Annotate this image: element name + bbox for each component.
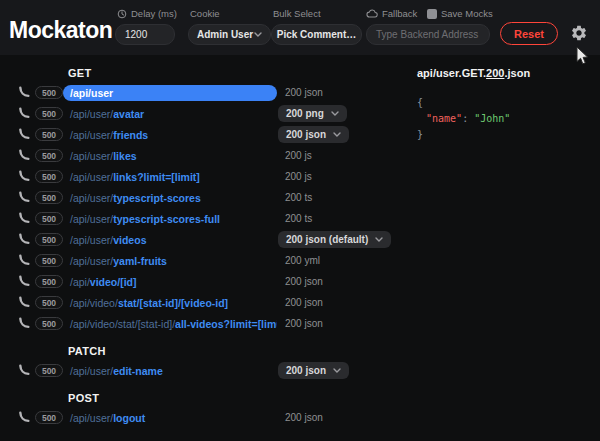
delay-phone-icon[interactable] (17, 149, 30, 162)
route-cell[interactable]: /api/user/edit-name (63, 363, 277, 379)
route-row: 500 /api/video/stat/[stat-id]/[video-id]… (17, 292, 400, 313)
route-cell[interactable]: /api/user/likes (63, 148, 277, 164)
route-row: 500 /api/user/typescript-scores-full 200… (17, 208, 400, 229)
route-row: 500 /api/user/avatar 200 png (17, 103, 400, 124)
status-select-value: 200 json (286, 365, 326, 376)
delay-phone-icon[interactable] (17, 233, 30, 246)
delay-phone-icon[interactable] (17, 212, 30, 225)
section-rows: 500 /api/user/edit-name 200 json (17, 360, 400, 381)
mouse-cursor (575, 46, 590, 66)
delay-phone-icon[interactable] (17, 317, 30, 330)
route-cell[interactable]: /api/user/avatar (63, 106, 277, 122)
status-text: 200 json (285, 412, 323, 423)
badge-500[interactable]: 500 (35, 107, 63, 120)
save-mocks-checkbox[interactable] (427, 9, 437, 19)
bulk-select-label: Bulk Select (273, 8, 321, 19)
status-select[interactable]: 200 png (278, 105, 347, 122)
status-select[interactable]: 200 json (278, 362, 349, 379)
delay-phone-icon[interactable] (17, 107, 30, 120)
status-select[interactable]: 200 json (278, 126, 349, 143)
app-logo: Mockaton (9, 17, 112, 44)
mock-preview-panel: api/user.GET.200.json { "name": "John" } (400, 55, 600, 441)
route-cell[interactable]: /api/user/typescript-scores-full (63, 211, 277, 227)
route-path-name: likes (113, 150, 136, 162)
route-row: 500 /api/user 200 json (17, 82, 400, 103)
save-mocks-toggle[interactable]: Save Mocks (427, 8, 493, 19)
status-cell: 200 json (277, 126, 400, 143)
delay-phone-icon[interactable] (17, 170, 30, 183)
status-select-value: 200 json (default) (286, 234, 368, 245)
delay-label: Delay (ms) (117, 8, 177, 19)
badge-500[interactable]: 500 (35, 317, 63, 330)
pick-comment-button[interactable]: Pick Comment… (271, 24, 362, 45)
status-select-value: 200 png (286, 108, 324, 119)
badge-500[interactable]: 500 (35, 86, 63, 99)
status-cell: 200 json (default) (277, 231, 400, 248)
status-text: 200 yml (285, 255, 320, 266)
badge-500[interactable]: 500 (35, 411, 63, 424)
delay-phone-icon[interactable] (17, 364, 30, 377)
route-path-name: video/[id] (90, 276, 137, 288)
route-path-name: stat/[stat-id]/[video-id] (118, 297, 228, 309)
cookie-select[interactable]: Admin User (188, 24, 271, 45)
route-cell[interactable]: /api/user/logout (63, 410, 277, 426)
status-cell: 200 json (277, 412, 400, 423)
badge-500[interactable]: 500 (35, 128, 63, 141)
delay-phone-icon[interactable] (17, 86, 30, 99)
badge-500[interactable]: 500 (35, 149, 63, 162)
status-cell: 200 json (277, 297, 400, 308)
route-cell[interactable]: /api/user (63, 85, 277, 101)
route-cell[interactable]: /api/video/[id] (63, 274, 277, 290)
chevron-down-icon (254, 32, 262, 37)
mock-filename: api/user.GET.200.json (417, 67, 600, 79)
badge-500[interactable]: 500 (35, 233, 63, 246)
route-cell[interactable]: /api/user/videos (63, 232, 277, 248)
badge-500[interactable]: 500 (35, 296, 63, 309)
badge-500[interactable]: 500 (35, 254, 63, 267)
delay-phone-icon[interactable] (17, 275, 30, 288)
delay-input[interactable]: 1200 (115, 24, 175, 45)
status-code-link[interactable]: 200 (486, 67, 504, 79)
gear-icon[interactable] (570, 24, 588, 42)
status-text: 200 json (285, 318, 323, 329)
fallback-toggle[interactable]: Fallback (366, 8, 417, 19)
delay-phone-icon[interactable] (17, 191, 30, 204)
reset-button[interactable]: Reset (500, 22, 558, 45)
delay-phone-icon[interactable] (17, 411, 30, 424)
route-cell[interactable]: /api/user/friends (63, 127, 277, 143)
route-cell[interactable]: /api/user/yaml-fruits (63, 253, 277, 269)
route-path-prefix: /api/user/ (70, 213, 113, 225)
badge-500[interactable]: 500 (35, 275, 63, 288)
chevron-down-icon (333, 368, 341, 373)
route-path-name: /api/user (70, 87, 113, 99)
backend-address-input[interactable]: Type Backend Address (366, 24, 490, 45)
route-path-name: all-videos?limit=[limit] (175, 318, 277, 330)
status-text: 200 json (285, 297, 323, 308)
route-row: 500 /api/video/stat/[stat-id]/all-videos… (17, 313, 400, 334)
status-select[interactable]: 200 json (default) (278, 231, 391, 248)
status-cell: 200 ts (277, 213, 400, 224)
route-path-prefix: /api/user/ (70, 150, 113, 162)
badge-500[interactable]: 500 (35, 364, 63, 377)
route-list: GET 500 /api/user 200 json 500 /api/user… (0, 55, 400, 441)
route-cell[interactable]: /api/video/stat/[stat-id]/[video-id] (63, 295, 277, 311)
badge-500[interactable]: 500 (35, 191, 63, 204)
status-cell: 200 json (277, 87, 400, 98)
route-cell[interactable]: /api/video/stat/[stat-id]/all-videos?lim… (63, 316, 277, 332)
badge-500[interactable]: 500 (35, 212, 63, 225)
method-section: POST 500 /api/user/logout 200 json (17, 392, 400, 428)
delay-phone-icon[interactable] (17, 254, 30, 267)
route-path-prefix: /api/user/ (70, 171, 113, 183)
cloud-icon (366, 9, 378, 18)
route-path-prefix: /api/user/ (70, 234, 113, 246)
delay-phone-icon[interactable] (17, 128, 30, 141)
route-cell[interactable]: /api/user/typescript-scores (63, 190, 277, 206)
route-path-name: friends (113, 129, 148, 141)
delay-phone-icon[interactable] (17, 296, 30, 309)
route-path-prefix: /api/user/ (70, 129, 113, 141)
status-cell: 200 js (277, 171, 400, 182)
cookie-label: Cookie (190, 8, 220, 19)
method-header: PATCH (68, 345, 400, 357)
badge-500[interactable]: 500 (35, 170, 63, 183)
route-cell[interactable]: /api/user/links?limit=[limit] (63, 169, 277, 185)
